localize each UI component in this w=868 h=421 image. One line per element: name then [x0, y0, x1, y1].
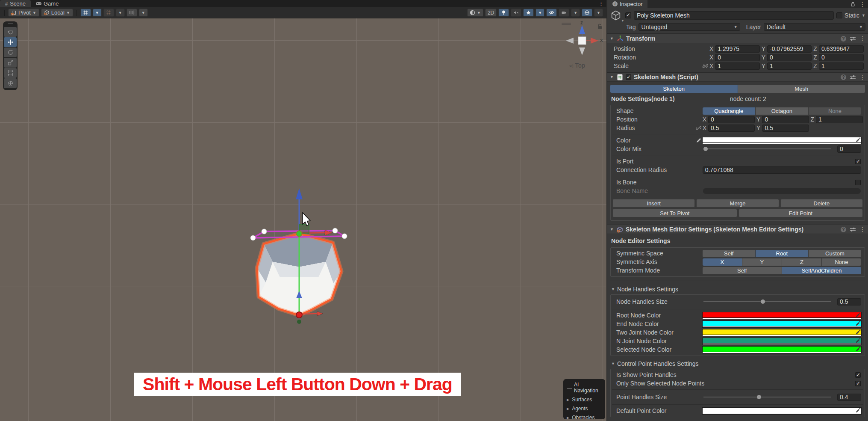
- symmetric-axis-y-button[interactable]: Y: [742, 258, 782, 266]
- symmetric-axis-z-button[interactable]: Z: [782, 258, 821, 266]
- inspector-kebab-icon[interactable]: ⋮: [859, 1, 865, 8]
- ai-nav-obstacles[interactable]: ▶Obstacles: [567, 415, 602, 421]
- camera-settings-dropdown[interactable]: ▼: [571, 9, 580, 17]
- symmetric-space-self-button[interactable]: Self: [703, 250, 755, 257]
- gameobject-name-field[interactable]: Poly Skeleton Mesh: [634, 11, 834, 20]
- merge-button[interactable]: Merge: [696, 199, 779, 208]
- gameobject-active-checkbox[interactable]: [625, 12, 631, 18]
- gizmos-dropdown[interactable]: ▼: [594, 9, 603, 17]
- gizmo-overlay-handle[interactable]: [562, 22, 571, 26]
- scene-viewport[interactable]: z x ◅ Top: [0, 18, 606, 421]
- scale-x-field[interactable]: 1: [715, 62, 759, 70]
- default-point-color-field[interactable]: [703, 408, 861, 414]
- tools-overlay-handle[interactable]: [4, 23, 17, 26]
- gizmo-lock-icon[interactable]: [597, 24, 603, 30]
- delete-button[interactable]: Delete: [780, 199, 863, 208]
- kebab-icon[interactable]: ⋮: [859, 35, 865, 42]
- rotation-z-field[interactable]: 0: [819, 54, 864, 61]
- transform-tool-button[interactable]: [4, 78, 17, 88]
- node-handles-size-field[interactable]: 0.5: [837, 298, 861, 305]
- symmetric-space-custom-button[interactable]: Custom: [809, 250, 861, 257]
- eyedropper-icon[interactable]: [856, 329, 861, 335]
- presets-icon[interactable]: [850, 227, 856, 232]
- grid-visibility-dropdown[interactable]: ▼: [116, 9, 125, 17]
- static-checkbox[interactable]: [836, 12, 842, 18]
- mesh-tab[interactable]: Mesh: [738, 85, 865, 93]
- gizmos-toggle[interactable]: [582, 9, 592, 17]
- transform-mode-selfandchildren-button[interactable]: SelfAndChildren: [782, 267, 861, 274]
- symmetric-axis-none-button[interactable]: None: [822, 258, 861, 266]
- is-show-point-handles-checkbox[interactable]: [855, 372, 861, 378]
- handle-rotation-dropdown[interactable]: Local▼: [41, 9, 73, 17]
- gizmo-view-label[interactable]: ◅ Top: [568, 62, 586, 69]
- static-dropdown-caret[interactable]: ▼: [862, 13, 865, 18]
- eyedropper-icon[interactable]: [856, 408, 861, 413]
- grid-visibility-toggle[interactable]: [103, 9, 114, 17]
- shape-quadrangle-button[interactable]: Quadrangle: [703, 107, 755, 115]
- ai-nav-overlay-handle[interactable]: [567, 386, 572, 389]
- only-show-selected-checkbox[interactable]: [855, 381, 861, 386]
- layer-dropdown[interactable]: Default▼: [764, 23, 865, 31]
- rotation-y-field[interactable]: 0: [767, 54, 812, 61]
- scale-y-field[interactable]: 1: [767, 62, 812, 70]
- presets-icon[interactable]: [850, 36, 856, 41]
- node-color-field[interactable]: [703, 137, 861, 144]
- kebab-icon[interactable]: ⋮: [859, 226, 865, 233]
- editor-settings-header[interactable]: ▼ Skeleton Mesh Editor Settings (Skeleto…: [607, 225, 868, 234]
- radius-y-field[interactable]: 0.5: [762, 125, 809, 132]
- snap-increment-button[interactable]: [127, 9, 137, 17]
- lock-icon[interactable]: [850, 2, 855, 7]
- eyedropper-icon[interactable]: [856, 338, 861, 344]
- scene-visibility-toggle[interactable]: [546, 9, 557, 17]
- eyedropper-icon[interactable]: [856, 312, 861, 318]
- mesh-object[interactable]: [184, 184, 372, 332]
- component-enabled-checkbox[interactable]: [626, 74, 631, 80]
- set-to-pivot-button[interactable]: Set To Pivot: [612, 209, 737, 217]
- point-handles-size-slider[interactable]: [703, 397, 831, 397]
- eyedropper-icon[interactable]: [856, 347, 861, 352]
- draw-mode-dropdown[interactable]: ▼: [467, 9, 483, 17]
- is-bone-checkbox[interactable]: [855, 180, 861, 185]
- lighting-toggle[interactable]: [498, 9, 509, 17]
- selected-node-color-field[interactable]: [703, 347, 861, 353]
- ai-nav-agents[interactable]: ▶Agents: [567, 406, 602, 412]
- scale-tool-button[interactable]: [4, 58, 17, 68]
- color-mix-value-field[interactable]: 0: [837, 145, 861, 153]
- 2d-toggle[interactable]: 2D: [485, 9, 497, 17]
- rect-tool-button[interactable]: [4, 68, 17, 78]
- n-joint-node-color-field[interactable]: [703, 338, 861, 344]
- rotate-tool-button[interactable]: [4, 47, 17, 57]
- bone-name-field[interactable]: [703, 188, 861, 194]
- position-x-field[interactable]: 1.29975: [715, 45, 759, 53]
- foldout-caret-icon[interactable]: ▼: [610, 75, 614, 79]
- skeleton-tab[interactable]: Skeleton: [610, 85, 738, 93]
- presets-icon[interactable]: [850, 75, 856, 80]
- root-node-color-field[interactable]: [703, 312, 861, 319]
- foldout-caret-icon[interactable]: ▼: [610, 227, 614, 231]
- scale-z-field[interactable]: 1: [819, 62, 864, 70]
- snap-increment-dropdown[interactable]: ▼: [139, 9, 148, 17]
- tab-game[interactable]: Game: [31, 0, 64, 7]
- help-icon[interactable]: ?: [841, 227, 846, 232]
- transform-mode-self-button[interactable]: Self: [703, 267, 782, 274]
- position-z-field[interactable]: 0.6399647: [819, 45, 864, 53]
- node-position-x-field[interactable]: 0: [708, 116, 755, 123]
- unlink-icon[interactable]: [703, 63, 708, 69]
- shape-octagon-button[interactable]: Octagon: [756, 107, 808, 115]
- ai-nav-surfaces[interactable]: ▶Surfaces: [567, 397, 602, 403]
- radius-x-field[interactable]: 0.5: [708, 125, 755, 132]
- node-position-y-field[interactable]: 0: [762, 116, 809, 123]
- tab-scene[interactable]: # Scene: [0, 0, 31, 7]
- eyedropper-icon[interactable]: [856, 321, 861, 326]
- color-mix-slider[interactable]: [703, 148, 831, 149]
- node-position-z-field[interactable]: 1: [816, 116, 863, 123]
- symmetric-axis-x-button[interactable]: X: [703, 258, 742, 266]
- end-node-color-field[interactable]: [703, 321, 861, 327]
- shape-none-button[interactable]: None: [809, 107, 861, 115]
- connection-radius-field[interactable]: 0.7071068: [703, 166, 861, 174]
- scene-menu-kebab-icon[interactable]: ⋮: [598, 0, 604, 7]
- link-icon[interactable]: [696, 125, 701, 131]
- skeleton-mesh-header[interactable]: ▼ Skeleton Mesh (Script) ? ⋮: [607, 72, 868, 82]
- is-port-checkbox[interactable]: [855, 159, 861, 164]
- rotation-x-field[interactable]: 0: [715, 54, 759, 61]
